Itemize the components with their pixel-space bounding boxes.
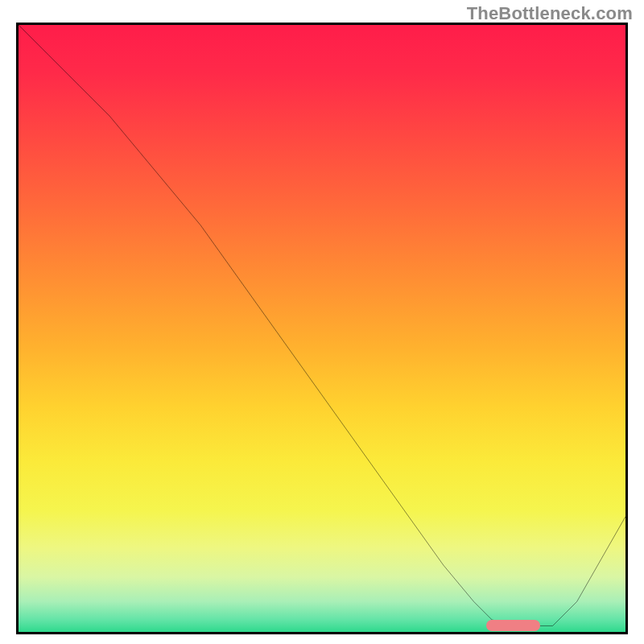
bottleneck-curve	[19, 25, 625, 632]
plot-area	[16, 23, 628, 634]
figure-container: TheBottleneck.com	[0, 0, 644, 644]
watermark-label: TheBottleneck.com	[467, 3, 633, 24]
optimal-range-marker	[486, 620, 541, 631]
